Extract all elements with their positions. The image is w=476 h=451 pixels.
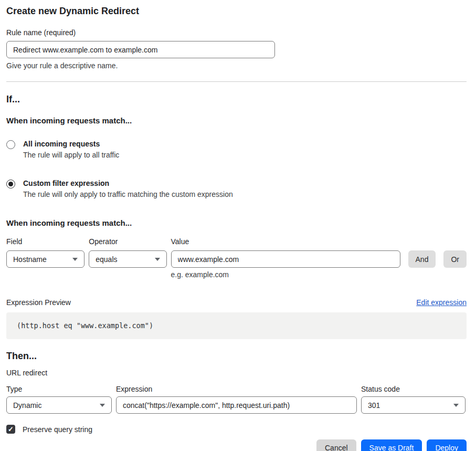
value-label: Value [171,237,400,246]
field-label: Field [6,237,84,246]
checkbox-checked-icon[interactable]: ✓ [6,425,15,434]
then-heading: Then... [6,351,467,361]
field-select[interactable]: Hostname [6,250,84,268]
section-divider [6,81,467,82]
expression-preview-label: Expression Preview [6,298,71,307]
value-input[interactable] [171,250,400,268]
expression-preview-header: Expression Preview Edit expression [6,298,467,307]
rule-name-label: Rule name (required) [6,28,467,37]
deploy-button[interactable]: Deploy [427,439,467,451]
radio-description: The rule will apply to all traffic [23,151,119,159]
operator-select-value: equals [96,255,117,264]
preserve-query-string-label: Preserve query string [23,425,92,434]
redirect-expression-input[interactable] [116,396,357,414]
rule-name-input[interactable] [6,41,275,58]
redirect-expression-label: Expression [116,385,357,393]
operator-select[interactable]: equals [89,250,166,268]
match-heading: When incoming requests match... [6,116,467,125]
filter-controls-row: Field Hostname Operator equals Value e.g… [6,237,467,279]
redirect-controls-row: Type Dynamic Expression Status code 301 [6,385,467,414]
chevron-down-icon [155,258,160,261]
type-column: Type Dynamic [6,385,112,414]
edit-expression-link[interactable]: Edit expression [416,298,467,307]
radio-label: Custom filter expression [23,179,233,187]
status-code-label: Status code [361,385,466,393]
footer-actions: Cancel Save as Draft Deploy [6,439,467,451]
if-heading: If... [6,94,467,104]
value-column: Value e.g. example.com [171,237,400,279]
radio-description: The rule will only apply to traffic matc… [23,190,233,198]
type-select-value: Dynamic [13,401,41,410]
expression-preview-code: (http.host eq "www.example.com") [6,312,467,339]
page-title: Create new Dynamic Redirect [6,5,467,17]
operator-column: Operator equals [89,237,166,268]
chevron-down-icon [100,404,105,407]
status-code-select-value: 301 [368,401,380,410]
url-redirect-label: URL redirect [6,369,467,377]
preserve-query-string-option[interactable]: ✓ Preserve query string [6,425,467,434]
save-as-draft-button[interactable]: Save as Draft [361,439,422,451]
field-select-value: Hostname [13,255,47,264]
filter-heading: When incoming requests match... [6,218,467,227]
status-code-select[interactable]: 301 [361,396,466,414]
create-dynamic-redirect-form: Create new Dynamic Redirect Rule name (r… [0,0,476,451]
or-button[interactable]: Or [443,250,467,268]
radio-button-icon[interactable] [6,180,15,188]
radio-custom-filter-expression[interactable]: Custom filter expression The rule will o… [6,179,467,198]
and-button[interactable]: And [408,250,436,268]
operator-label: Operator [89,237,166,246]
redirect-expression-column: Expression [116,385,357,414]
request-match-radio-group: All incoming requests The rule will appl… [6,140,467,198]
chevron-down-icon [453,404,459,407]
value-helper: e.g. example.com [171,270,400,279]
radio-all-incoming-requests[interactable]: All incoming requests The rule will appl… [6,140,467,159]
rule-name-helper: Give your rule a descriptive name. [6,61,467,70]
andor-buttons: And Or [408,237,467,268]
type-select[interactable]: Dynamic [6,396,112,414]
field-column: Field Hostname [6,237,84,268]
status-code-column: Status code 301 [361,385,466,414]
cancel-button[interactable]: Cancel [316,439,356,451]
type-label: Type [6,385,112,393]
radio-label: All incoming requests [23,140,119,148]
chevron-down-icon [72,258,78,261]
radio-button-icon[interactable] [6,140,15,149]
